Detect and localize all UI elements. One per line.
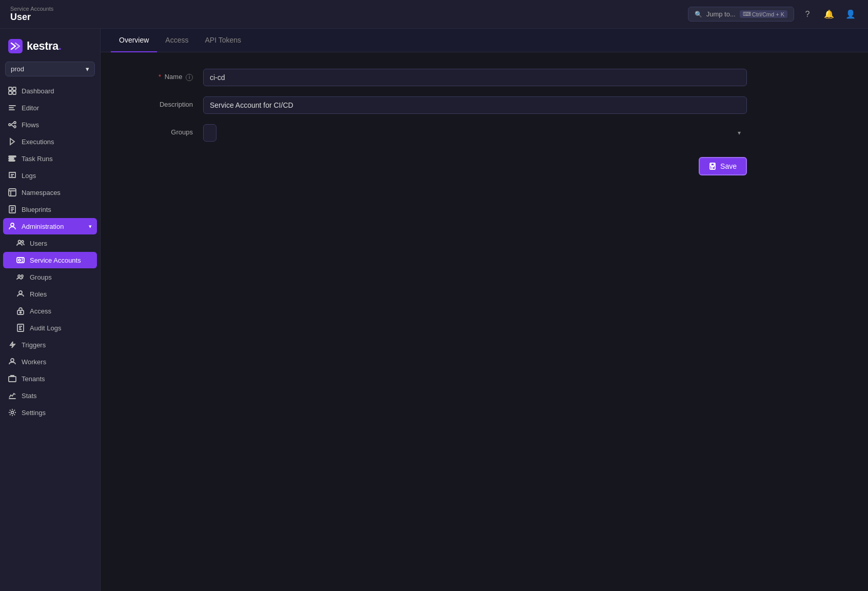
administration-icon — [8, 222, 16, 230]
header-right: 🔍 Jump to... ⌨ Ctrl/Cmd + K ? 🔔 👤 — [688, 7, 858, 22]
svg-point-15 — [18, 241, 21, 243]
form-area: * Name i Description Groups — [101, 52, 767, 192]
chevron-down-icon: ▾ — [89, 223, 92, 230]
logo-area: kestra. — [0, 33, 100, 62]
access-icon — [16, 307, 25, 315]
sidebar-item-label: Namespaces — [22, 189, 61, 196]
namespaces-icon — [8, 188, 16, 196]
svg-rect-1 — [9, 87, 12, 90]
sidebar-item-flows[interactable]: Flows — [3, 116, 97, 133]
help-icon[interactable]: ? — [800, 7, 815, 22]
svg-rect-11 — [9, 160, 15, 161]
audit-logs-icon — [16, 324, 25, 332]
header-icons: ? 🔔 👤 — [800, 7, 858, 22]
sidebar-item-blueprints[interactable]: Blueprints — [3, 201, 97, 218]
sidebar-item-triggers[interactable]: Triggers — [3, 337, 97, 353]
svg-point-19 — [18, 275, 20, 277]
users-icon — [16, 239, 25, 247]
svg-point-25 — [11, 359, 14, 362]
jump-shortcut-badge: ⌨ Ctrl/Cmd + K — [740, 10, 787, 18]
jump-to-button[interactable]: 🔍 Jump to... ⌨ Ctrl/Cmd + K — [688, 7, 794, 22]
sidebar-item-label: Access — [30, 307, 51, 315]
sidebar-item-label: Groups — [30, 273, 52, 281]
svg-point-27 — [11, 411, 14, 414]
form-actions: Save — [121, 152, 747, 175]
settings-icon — [8, 408, 16, 417]
sidebar-item-stats[interactable]: Stats — [3, 387, 97, 404]
kestra-logo-icon — [8, 39, 23, 53]
save-button[interactable]: Save — [699, 157, 747, 175]
sidebar-item-label: Logs — [22, 172, 36, 180]
triggers-icon — [8, 341, 16, 349]
sidebar-item-label: Dashboard — [22, 87, 54, 95]
svg-point-21 — [19, 291, 22, 294]
form-row-description: Description — [121, 96, 747, 114]
sidebar-item-access[interactable]: Access — [3, 303, 97, 319]
sidebar-item-tenants[interactable]: Tenants — [3, 370, 97, 387]
required-star: * — [159, 73, 161, 81]
sidebar-item-users[interactable]: Users — [3, 235, 97, 251]
svg-rect-10 — [9, 158, 14, 159]
sidebar-item-groups[interactable]: Groups — [3, 269, 97, 285]
sidebar-item-administration[interactable]: Administration ▾ — [3, 218, 97, 234]
svg-marker-8 — [10, 139, 14, 145]
top-header: Service Accounts User 🔍 Jump to... ⌨ Ctr… — [0, 0, 868, 29]
roles-icon — [16, 290, 25, 298]
logs-icon — [8, 171, 16, 180]
svg-point-20 — [21, 275, 23, 277]
header-title-area: Service Accounts User — [10, 6, 53, 23]
sidebar-item-logs[interactable]: Logs — [3, 167, 97, 184]
svg-rect-3 — [9, 91, 12, 94]
svg-point-16 — [22, 241, 24, 243]
name-info-icon[interactable]: i — [186, 74, 193, 81]
task-runs-icon — [8, 154, 16, 163]
sidebar-item-label: Stats — [22, 392, 37, 400]
groups-select[interactable] — [203, 124, 216, 142]
content-area: Overview Access API Tokens * Name i — [101, 29, 868, 591]
search-icon: 🔍 — [695, 11, 702, 18]
sidebar-item-label: Triggers — [22, 341, 46, 349]
svg-point-18 — [18, 259, 21, 261]
keyboard-icon: ⌨ — [743, 11, 751, 17]
svg-rect-2 — [13, 87, 16, 90]
svg-point-14 — [11, 223, 14, 226]
sidebar-item-task-runs[interactable]: Task Runs — [3, 150, 97, 167]
sidebar-item-label: Users — [30, 240, 47, 247]
sidebar-item-service-accounts[interactable]: Service Accounts — [3, 252, 97, 268]
tab-access[interactable]: Access — [157, 29, 196, 52]
svg-point-7 — [14, 126, 16, 128]
sidebar-item-settings[interactable]: Settings — [3, 404, 97, 421]
sidebar-item-workers[interactable]: Workers — [3, 353, 97, 370]
tab-overview[interactable]: Overview — [111, 29, 157, 52]
svg-rect-29 — [711, 163, 714, 166]
jump-to-label: Jump to... — [706, 10, 736, 18]
tab-api-tokens[interactable]: API Tokens — [196, 29, 249, 52]
editor-icon — [8, 104, 16, 112]
flows-icon — [8, 121, 16, 129]
sidebar-item-label: Settings — [22, 409, 46, 417]
sidebar-item-namespaces[interactable]: Namespaces — [3, 184, 97, 201]
sidebar-item-label: Editor — [22, 104, 39, 112]
dashboard-icon — [8, 87, 16, 95]
sidebar-item-editor[interactable]: Editor — [3, 100, 97, 116]
groups-label: Groups — [121, 124, 193, 136]
notifications-icon[interactable]: 🔔 — [822, 7, 836, 22]
chevron-down-icon: ▾ — [86, 65, 89, 73]
description-input[interactable] — [203, 96, 747, 114]
sidebar-item-roles[interactable]: Roles — [3, 286, 97, 302]
sidebar-item-audit-logs[interactable]: Audit Logs — [3, 320, 97, 336]
tenants-icon — [8, 375, 16, 383]
sidebar-item-label: Roles — [30, 290, 47, 298]
workers-icon — [8, 358, 16, 366]
sidebar-item-label: Blueprints — [22, 206, 51, 213]
executions-icon — [8, 137, 16, 146]
sidebar-item-dashboard[interactable]: Dashboard — [3, 83, 97, 99]
namespace-selector[interactable]: prod ▾ — [5, 62, 95, 76]
name-label: * Name i — [121, 69, 193, 81]
groups-select-wrapper: ▾ — [203, 124, 747, 142]
nav-items: Dashboard Editor Flows — [0, 83, 100, 591]
user-avatar-icon[interactable]: 👤 — [843, 7, 858, 22]
name-input[interactable] — [203, 69, 747, 86]
sidebar-item-executions[interactable]: Executions — [3, 133, 97, 150]
description-label: Description — [121, 96, 193, 108]
